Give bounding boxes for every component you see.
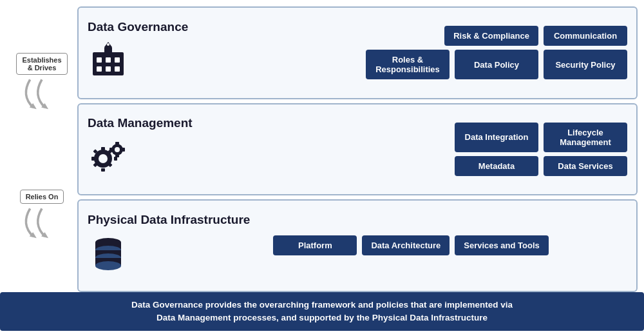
svg-point-25 bbox=[115, 147, 120, 152]
banner-line2: Data Management processes, and supported… bbox=[156, 313, 488, 322]
infrastructure-icon bbox=[88, 232, 129, 279]
left-arrows-panel: Establishes & Drives Relies On bbox=[0, 0, 77, 292]
bottom-banner: Data Governance provides the overarching… bbox=[0, 292, 644, 331]
svg-point-36 bbox=[95, 261, 121, 270]
establishes-drives-block: Establishes & Drives bbox=[16, 53, 67, 110]
relies-on-label: Relies On bbox=[20, 190, 64, 204]
governance-icon bbox=[88, 39, 129, 86]
svg-rect-17 bbox=[101, 168, 105, 172]
infrastructure-left: Physical Data Infrastructure bbox=[88, 213, 250, 279]
security-policy-card: Security Policy bbox=[544, 50, 627, 79]
communication-card: Communication bbox=[544, 26, 627, 46]
roles-responsibilities-card: Roles & Responsibilities bbox=[366, 50, 450, 79]
management-row-1: Data Integration Lifecycle Management bbox=[203, 123, 627, 152]
svg-rect-29 bbox=[122, 148, 125, 152]
governance-cards: Risk & Compliance Communication Roles & … bbox=[201, 26, 627, 79]
data-services-card: Data Services bbox=[544, 156, 627, 176]
svg-rect-8 bbox=[97, 66, 102, 72]
governance-left: Data Governance bbox=[88, 20, 191, 86]
metadata-card: Metadata bbox=[455, 156, 538, 176]
infrastructure-cards: Platform Data Architecture Services and … bbox=[260, 235, 627, 255]
svg-rect-18 bbox=[91, 157, 95, 161]
arrow-down-1 bbox=[19, 75, 64, 110]
svg-rect-27 bbox=[115, 155, 119, 157]
svg-rect-5 bbox=[97, 57, 102, 63]
platform-card: Platform bbox=[273, 235, 357, 255]
infrastructure-row-1: Platform Data Architecture Services and … bbox=[260, 235, 627, 255]
management-row-2: Metadata Data Services bbox=[203, 156, 627, 176]
svg-rect-4 bbox=[93, 52, 124, 75]
lifecycle-management-card: Lifecycle Management bbox=[544, 123, 627, 152]
svg-rect-10 bbox=[115, 66, 120, 72]
data-integration-card: Data Integration bbox=[455, 123, 538, 152]
svg-rect-11 bbox=[104, 47, 112, 54]
governance-row-1: Risk & Compliance Communication bbox=[201, 26, 627, 46]
management-left: Data Management bbox=[88, 116, 193, 182]
governance-row-2: Roles & Responsibilities Data Policy Sec… bbox=[201, 50, 627, 79]
data-policy-card: Data Policy bbox=[455, 50, 538, 79]
svg-rect-6 bbox=[106, 57, 111, 63]
management-title: Data Management bbox=[88, 116, 193, 130]
governance-tier: Data Governance bbox=[77, 6, 638, 99]
arrow-down-2 bbox=[19, 204, 64, 239]
relies-on-block: Relies On bbox=[19, 190, 64, 239]
svg-point-13 bbox=[107, 43, 109, 46]
establishes-drives-label: Establishes & Drives bbox=[16, 53, 67, 75]
infrastructure-tier: Physical Data Infrastructure bbox=[77, 199, 638, 292]
data-architecture-card: Data Architecture bbox=[362, 235, 450, 255]
banner-line1: Data Governance provides the overarching… bbox=[131, 300, 513, 310]
management-tier: Data Management bbox=[77, 103, 638, 196]
svg-rect-7 bbox=[115, 57, 120, 63]
governance-title: Data Governance bbox=[88, 20, 188, 34]
services-tools-card: Services and Tools bbox=[455, 235, 549, 255]
risk-compliance-card: Risk & Compliance bbox=[444, 26, 538, 46]
management-icon bbox=[88, 135, 129, 182]
svg-rect-26 bbox=[115, 142, 119, 144]
tiers-container: Data Governance bbox=[77, 0, 644, 292]
management-cards: Data Integration Lifecycle Management Me… bbox=[203, 123, 627, 176]
svg-point-15 bbox=[99, 154, 108, 163]
infrastructure-title: Physical Data Infrastructure bbox=[88, 213, 250, 227]
svg-rect-9 bbox=[106, 66, 111, 72]
svg-rect-16 bbox=[101, 147, 105, 150]
svg-rect-28 bbox=[109, 148, 112, 152]
